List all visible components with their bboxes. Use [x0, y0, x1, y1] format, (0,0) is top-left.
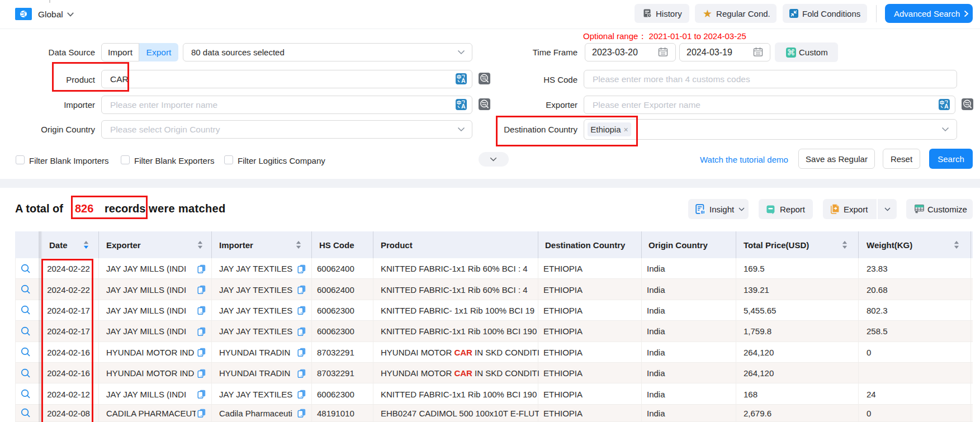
svg-text:A: A: [944, 103, 949, 110]
svg-text:BI: BI: [700, 210, 704, 214]
svg-text:A: A: [461, 77, 466, 84]
svg-text:A: A: [461, 103, 466, 110]
